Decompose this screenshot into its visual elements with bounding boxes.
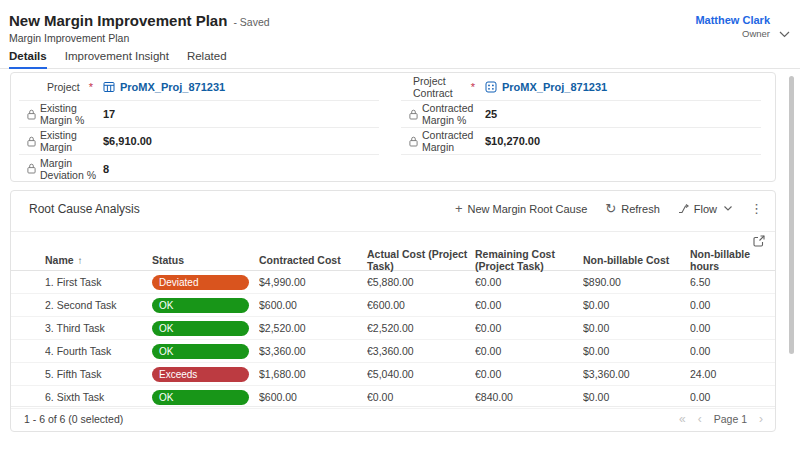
column-header-status[interactable]: Status [152,254,259,266]
field-value[interactable]: ProMX_Proj_871231 [103,81,379,93]
remaining-cost-cell: €0.00 [475,368,583,380]
status-cell: Deviated [152,275,259,290]
refresh-icon: ↻ [605,202,616,215]
field-project-contract: Project Contract*ProMX_Proj_871231 [401,74,761,101]
column-header-text: Actual Cost (Project Task) [367,248,475,272]
field-label-text: Margin Deviation % [40,157,103,181]
vertical-scrollbar[interactable] [789,76,794,354]
contracted-cost-cell: $600.00 [259,391,367,403]
status-cell: OK [152,321,259,336]
status-badge: Exceeds [152,367,249,382]
field-label-text: Contracted Margin % [422,102,485,126]
contracted-cost-cell: $3,360.00 [259,345,367,357]
field-label: Contracted Margin % [401,102,485,126]
field-value: $6,910.00 [103,135,379,147]
details-section: Project*ProMX_Proj_871231Existing Margin… [10,72,776,182]
flow-icon [678,204,689,214]
tab-details[interactable]: Details [9,50,47,69]
field-label-text: Existing Margin [40,129,103,153]
field-value-text: $10,270.00 [485,135,540,147]
status-badge: OK [152,321,249,336]
new-margin-root-cause-button[interactable]: + New Margin Root Cause [455,202,587,215]
field-value: 8 [103,163,379,175]
previous-page-icon[interactable]: ‹ [698,412,702,426]
lookup-link[interactable]: ProMX_Proj_871231 [120,81,225,93]
first-page-icon[interactable]: « [679,412,686,426]
root-cause-analysis-section: Root Cause Analysis + New Margin Root Ca… [10,190,776,432]
more-commands-button[interactable]: ⋮ [750,202,763,215]
flow-chevron-down-icon [724,206,732,211]
field-label: Margin Deviation % [19,157,103,181]
page-header: New Margin Improvement Plan - Saved Marg… [9,12,270,44]
field-value-text: 25 [485,108,497,120]
column-header-text: Status [152,254,184,266]
subgrid-toolbar: + New Margin Root Cause ↻ Refresh Flow [455,202,763,215]
column-header-text: Non-billable hours [690,248,775,272]
task-name-cell[interactable]: 2. Second Task [45,299,152,311]
form-column-left: Project*ProMX_Proj_871231Existing Margin… [11,74,393,181]
non-billable-cost-cell: $0.00 [583,322,690,334]
expand-grid-icon[interactable] [753,235,765,248]
non-billable-cost-cell: $0.00 [583,345,690,357]
contract-icon [485,81,497,93]
lookup-link[interactable]: ProMX_Proj_871231 [502,81,607,93]
actual-cost-cell: €600.00 [367,299,475,311]
tab-improvement-insight[interactable]: Improvement Insight [65,50,169,68]
task-name-cell[interactable]: 6. Sixth Task [45,391,152,403]
vertical-ellipsis-icon: ⋮ [750,202,763,215]
actual-cost-cell: €2,520.00 [367,322,475,334]
task-name-cell[interactable]: 4. Fourth Task [45,345,152,357]
page-title: New Margin Improvement Plan [9,12,227,29]
non-billable-hours-cell: 0.00 [690,322,775,334]
non-billable-cost-cell: $0.00 [583,299,690,311]
column-header-remaining-cost-project-task[interactable]: Remaining Cost (Project Task) [475,248,583,272]
field-label: Project* [19,81,103,93]
non-billable-cost-cell: $0.00 [583,391,690,403]
contracted-cost-cell: $600.00 [259,299,367,311]
subgrid-title: Root Cause Analysis [29,202,140,216]
actual-cost-cell: €0.00 [367,391,475,403]
status-badge: Deviated [152,275,249,290]
table-row[interactable]: 1. First TaskDeviated$4,990.00€5,880.00€… [11,271,775,294]
table-row[interactable]: 5. Fifth TaskExceeds$1,680.00€5,040.00€0… [11,363,775,386]
field-project: Project*ProMX_Proj_871231 [19,74,379,101]
field-contracted-margin: Contracted Margin$10,270.00 [401,128,761,155]
table-row[interactable]: 3. Third TaskOK$2,520.00€2,520.00€0.00$0… [11,317,775,340]
column-header-non-billable-hours[interactable]: Non-billable hours [690,248,775,272]
contracted-cost-cell: $1,680.00 [259,368,367,380]
pagination: « ‹ Page 1 › [679,412,763,426]
column-header-name[interactable]: Name↑ [45,254,152,266]
task-name-cell[interactable]: 5. Fifth Task [45,368,152,380]
header-chevron-down-icon[interactable] [779,24,790,42]
column-header-contracted-cost[interactable]: Contracted Cost [259,254,367,266]
task-name-cell[interactable]: 3. Third Task [45,322,152,334]
field-label: Project Contract* [401,75,485,99]
flow-button[interactable]: Flow [678,203,732,215]
field-value[interactable]: ProMX_Proj_871231 [485,81,761,93]
required-asterisk: * [471,81,485,93]
margin-improvement-plan-page: New Margin Improvement Plan - Saved Marg… [0,0,800,450]
remaining-cost-cell: €0.00 [475,276,583,288]
refresh-button[interactable]: ↻ Refresh [605,202,659,215]
next-page-icon[interactable]: › [759,412,763,426]
task-name-cell[interactable]: 1. First Task [45,276,152,288]
non-billable-hours-cell: 24.00 [690,368,775,380]
table-row[interactable]: 4. Fourth TaskOK$3,360.00€3,360.00€0.00$… [11,340,775,363]
record-count-summary: 1 - 6 of 6 (0 selected) [24,413,123,425]
table-row[interactable]: 2. Second TaskOK$600.00€600.00€0.00$0.00… [11,294,775,317]
owner-field[interactable]: Matthew Clark Owner [695,14,770,39]
actual-cost-cell: €5,040.00 [367,368,475,380]
contracted-cost-cell: $2,520.00 [259,322,367,334]
form-tabs: Details Improvement Insight Related [0,50,800,69]
owner-name-link[interactable]: Matthew Clark [695,14,770,26]
column-header-actual-cost-project-task[interactable]: Actual Cost (Project Task) [367,248,475,272]
field-value-text: $6,910.00 [103,135,152,147]
non-billable-cost-cell: $890.00 [583,276,690,288]
field-value-text: 8 [103,163,109,175]
column-header-non-billable-cost[interactable]: Non-billable Cost [583,254,690,266]
status-badge: OK [152,344,249,359]
lock-icon [409,109,418,120]
sort-ascending-icon: ↑ [78,255,83,266]
tab-related[interactable]: Related [187,50,227,68]
non-billable-hours-cell: 0.00 [690,345,775,357]
